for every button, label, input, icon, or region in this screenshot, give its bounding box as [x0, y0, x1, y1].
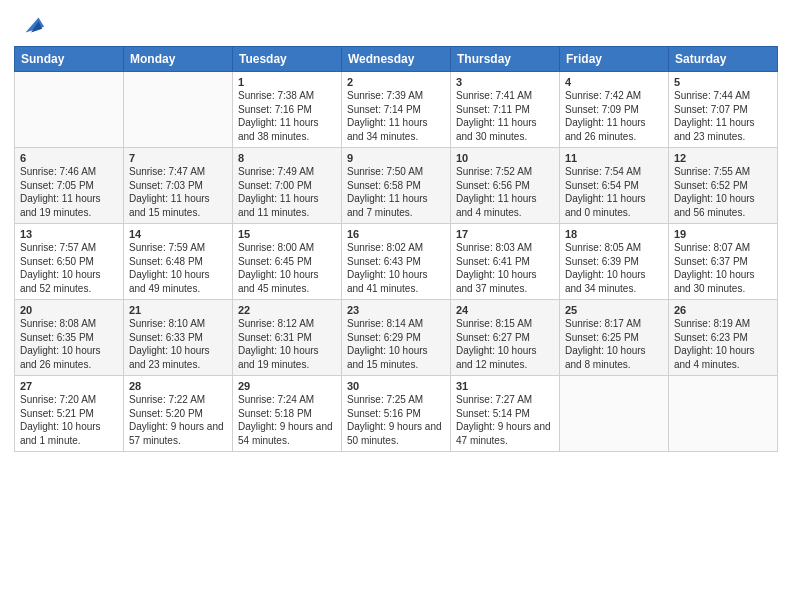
day-number: 5 [674, 76, 772, 88]
day-number: 15 [238, 228, 336, 240]
day-info: Sunrise: 8:17 AM Sunset: 6:25 PM Dayligh… [565, 317, 663, 371]
calendar-header-row: SundayMondayTuesdayWednesdayThursdayFrid… [15, 47, 778, 72]
calendar-cell: 26Sunrise: 8:19 AM Sunset: 6:23 PM Dayli… [669, 300, 778, 376]
day-info: Sunrise: 8:05 AM Sunset: 6:39 PM Dayligh… [565, 241, 663, 295]
day-info: Sunrise: 7:27 AM Sunset: 5:14 PM Dayligh… [456, 393, 554, 447]
calendar-cell: 13Sunrise: 7:57 AM Sunset: 6:50 PM Dayli… [15, 224, 124, 300]
calendar-week-3: 13Sunrise: 7:57 AM Sunset: 6:50 PM Dayli… [15, 224, 778, 300]
day-info: Sunrise: 8:15 AM Sunset: 6:27 PM Dayligh… [456, 317, 554, 371]
calendar-week-2: 6Sunrise: 7:46 AM Sunset: 7:05 PM Daylig… [15, 148, 778, 224]
calendar-cell: 9Sunrise: 7:50 AM Sunset: 6:58 PM Daylig… [342, 148, 451, 224]
day-info: Sunrise: 7:57 AM Sunset: 6:50 PM Dayligh… [20, 241, 118, 295]
col-header-thursday: Thursday [451, 47, 560, 72]
calendar-cell: 18Sunrise: 8:05 AM Sunset: 6:39 PM Dayli… [560, 224, 669, 300]
calendar-cell: 2Sunrise: 7:39 AM Sunset: 7:14 PM Daylig… [342, 72, 451, 148]
day-info: Sunrise: 7:20 AM Sunset: 5:21 PM Dayligh… [20, 393, 118, 447]
day-number: 2 [347, 76, 445, 88]
calendar-cell: 7Sunrise: 7:47 AM Sunset: 7:03 PM Daylig… [124, 148, 233, 224]
col-header-monday: Monday [124, 47, 233, 72]
day-number: 12 [674, 152, 772, 164]
calendar-cell: 19Sunrise: 8:07 AM Sunset: 6:37 PM Dayli… [669, 224, 778, 300]
calendar-cell: 28Sunrise: 7:22 AM Sunset: 5:20 PM Dayli… [124, 376, 233, 452]
day-info: Sunrise: 7:38 AM Sunset: 7:16 PM Dayligh… [238, 89, 336, 143]
day-info: Sunrise: 7:22 AM Sunset: 5:20 PM Dayligh… [129, 393, 227, 447]
calendar-cell [669, 376, 778, 452]
day-info: Sunrise: 8:10 AM Sunset: 6:33 PM Dayligh… [129, 317, 227, 371]
logo [14, 14, 46, 38]
day-info: Sunrise: 8:03 AM Sunset: 6:41 PM Dayligh… [456, 241, 554, 295]
calendar-week-4: 20Sunrise: 8:08 AM Sunset: 6:35 PM Dayli… [15, 300, 778, 376]
calendar-cell: 27Sunrise: 7:20 AM Sunset: 5:21 PM Dayli… [15, 376, 124, 452]
calendar-cell: 20Sunrise: 8:08 AM Sunset: 6:35 PM Dayli… [15, 300, 124, 376]
calendar-cell: 14Sunrise: 7:59 AM Sunset: 6:48 PM Dayli… [124, 224, 233, 300]
day-info: Sunrise: 7:44 AM Sunset: 7:07 PM Dayligh… [674, 89, 772, 143]
calendar-cell: 16Sunrise: 8:02 AM Sunset: 6:43 PM Dayli… [342, 224, 451, 300]
day-info: Sunrise: 7:59 AM Sunset: 6:48 PM Dayligh… [129, 241, 227, 295]
day-number: 6 [20, 152, 118, 164]
calendar-cell: 25Sunrise: 8:17 AM Sunset: 6:25 PM Dayli… [560, 300, 669, 376]
day-info: Sunrise: 7:54 AM Sunset: 6:54 PM Dayligh… [565, 165, 663, 219]
day-info: Sunrise: 8:08 AM Sunset: 6:35 PM Dayligh… [20, 317, 118, 371]
day-number: 20 [20, 304, 118, 316]
calendar-cell: 3Sunrise: 7:41 AM Sunset: 7:11 PM Daylig… [451, 72, 560, 148]
calendar-week-5: 27Sunrise: 7:20 AM Sunset: 5:21 PM Dayli… [15, 376, 778, 452]
day-number: 4 [565, 76, 663, 88]
calendar-cell: 15Sunrise: 8:00 AM Sunset: 6:45 PM Dayli… [233, 224, 342, 300]
day-info: Sunrise: 8:12 AM Sunset: 6:31 PM Dayligh… [238, 317, 336, 371]
calendar-cell: 24Sunrise: 8:15 AM Sunset: 6:27 PM Dayli… [451, 300, 560, 376]
day-number: 30 [347, 380, 445, 392]
calendar-cell: 21Sunrise: 8:10 AM Sunset: 6:33 PM Dayli… [124, 300, 233, 376]
calendar-cell: 11Sunrise: 7:54 AM Sunset: 6:54 PM Dayli… [560, 148, 669, 224]
day-number: 24 [456, 304, 554, 316]
day-number: 3 [456, 76, 554, 88]
day-number: 23 [347, 304, 445, 316]
day-info: Sunrise: 7:52 AM Sunset: 6:56 PM Dayligh… [456, 165, 554, 219]
day-info: Sunrise: 7:42 AM Sunset: 7:09 PM Dayligh… [565, 89, 663, 143]
day-number: 8 [238, 152, 336, 164]
calendar-cell: 22Sunrise: 8:12 AM Sunset: 6:31 PM Dayli… [233, 300, 342, 376]
day-info: Sunrise: 7:55 AM Sunset: 6:52 PM Dayligh… [674, 165, 772, 219]
day-number: 14 [129, 228, 227, 240]
day-number: 17 [456, 228, 554, 240]
calendar-cell: 12Sunrise: 7:55 AM Sunset: 6:52 PM Dayli… [669, 148, 778, 224]
day-info: Sunrise: 7:47 AM Sunset: 7:03 PM Dayligh… [129, 165, 227, 219]
calendar-cell: 6Sunrise: 7:46 AM Sunset: 7:05 PM Daylig… [15, 148, 124, 224]
logo-icon [18, 10, 46, 38]
day-number: 25 [565, 304, 663, 316]
day-info: Sunrise: 8:19 AM Sunset: 6:23 PM Dayligh… [674, 317, 772, 371]
calendar-week-1: 1Sunrise: 7:38 AM Sunset: 7:16 PM Daylig… [15, 72, 778, 148]
col-header-tuesday: Tuesday [233, 47, 342, 72]
col-header-saturday: Saturday [669, 47, 778, 72]
col-header-wednesday: Wednesday [342, 47, 451, 72]
day-number: 11 [565, 152, 663, 164]
calendar-cell: 30Sunrise: 7:25 AM Sunset: 5:16 PM Dayli… [342, 376, 451, 452]
day-number: 9 [347, 152, 445, 164]
day-number: 1 [238, 76, 336, 88]
day-info: Sunrise: 7:46 AM Sunset: 7:05 PM Dayligh… [20, 165, 118, 219]
calendar-cell: 23Sunrise: 8:14 AM Sunset: 6:29 PM Dayli… [342, 300, 451, 376]
day-info: Sunrise: 8:07 AM Sunset: 6:37 PM Dayligh… [674, 241, 772, 295]
calendar-cell: 1Sunrise: 7:38 AM Sunset: 7:16 PM Daylig… [233, 72, 342, 148]
day-number: 26 [674, 304, 772, 316]
day-info: Sunrise: 7:50 AM Sunset: 6:58 PM Dayligh… [347, 165, 445, 219]
day-info: Sunrise: 8:00 AM Sunset: 6:45 PM Dayligh… [238, 241, 336, 295]
day-info: Sunrise: 7:41 AM Sunset: 7:11 PM Dayligh… [456, 89, 554, 143]
calendar-cell: 5Sunrise: 7:44 AM Sunset: 7:07 PM Daylig… [669, 72, 778, 148]
calendar-cell: 31Sunrise: 7:27 AM Sunset: 5:14 PM Dayli… [451, 376, 560, 452]
calendar-cell: 4Sunrise: 7:42 AM Sunset: 7:09 PM Daylig… [560, 72, 669, 148]
day-info: Sunrise: 7:49 AM Sunset: 7:00 PM Dayligh… [238, 165, 336, 219]
day-number: 13 [20, 228, 118, 240]
day-info: Sunrise: 8:14 AM Sunset: 6:29 PM Dayligh… [347, 317, 445, 371]
day-number: 19 [674, 228, 772, 240]
day-number: 31 [456, 380, 554, 392]
calendar-cell: 8Sunrise: 7:49 AM Sunset: 7:00 PM Daylig… [233, 148, 342, 224]
calendar-cell: 10Sunrise: 7:52 AM Sunset: 6:56 PM Dayli… [451, 148, 560, 224]
day-info: Sunrise: 8:02 AM Sunset: 6:43 PM Dayligh… [347, 241, 445, 295]
day-number: 18 [565, 228, 663, 240]
day-number: 28 [129, 380, 227, 392]
calendar-cell [15, 72, 124, 148]
col-header-friday: Friday [560, 47, 669, 72]
day-number: 16 [347, 228, 445, 240]
day-info: Sunrise: 7:25 AM Sunset: 5:16 PM Dayligh… [347, 393, 445, 447]
calendar-table: SundayMondayTuesdayWednesdayThursdayFrid… [14, 46, 778, 452]
